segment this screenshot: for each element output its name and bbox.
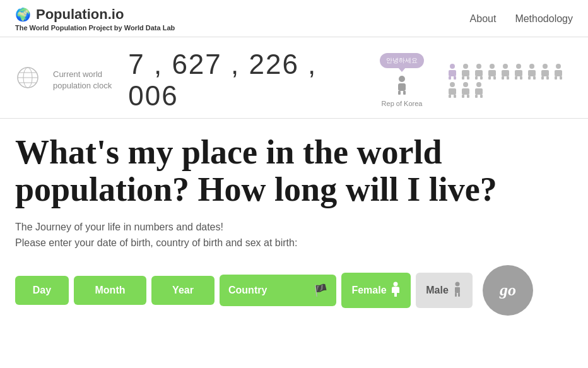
svg-point-49 [463, 82, 468, 87]
go-button[interactable]: go [483, 265, 533, 316]
person-icon-9 [553, 63, 564, 80]
people-icons [447, 63, 573, 98]
svg-point-53 [476, 82, 481, 87]
svg-rect-48 [454, 95, 456, 98]
svg-rect-51 [462, 95, 464, 98]
svg-rect-36 [533, 76, 536, 80]
svg-rect-46 [449, 88, 456, 95]
svg-rect-22 [488, 70, 496, 76]
svg-point-5 [399, 76, 405, 82]
svg-rect-32 [520, 76, 522, 80]
svg-rect-8 [403, 91, 406, 95]
country-button[interactable]: Country 🏴 [220, 275, 336, 306]
svg-rect-47 [449, 95, 451, 98]
svg-point-57 [393, 282, 397, 286]
svg-rect-54 [475, 88, 483, 95]
svg-point-37 [543, 64, 548, 69]
svg-rect-42 [555, 70, 562, 76]
svg-rect-30 [515, 70, 522, 76]
birth-form: Day Month Year Country 🏴 Female Male go [15, 265, 573, 322]
svg-point-41 [556, 64, 561, 69]
svg-rect-52 [467, 95, 469, 98]
person-icon-5 [500, 63, 511, 80]
subtext: The Journey of your life in numbers and … [15, 219, 573, 251]
male-button[interactable]: Male [416, 273, 473, 308]
svg-rect-7 [398, 91, 401, 95]
person-icon-1 [447, 63, 458, 80]
svg-point-13 [463, 64, 468, 69]
year-button[interactable]: Year [151, 276, 215, 305]
female-figure-icon [391, 282, 401, 299]
main-content: What's my place in the world population?… [0, 119, 588, 322]
svg-rect-14 [462, 70, 469, 76]
svg-rect-44 [560, 76, 562, 80]
person-icon-2 [460, 63, 471, 80]
svg-rect-11 [449, 76, 451, 80]
methodology-link[interactable]: Methodology [515, 13, 573, 25]
female-button[interactable]: Female [341, 273, 411, 308]
svg-rect-24 [493, 76, 496, 80]
person-icon-7 [526, 63, 538, 80]
svg-rect-50 [462, 88, 469, 95]
globe-icon [15, 65, 40, 95]
svg-rect-19 [475, 76, 478, 80]
svg-rect-16 [467, 76, 469, 80]
svg-rect-15 [462, 76, 464, 80]
svg-rect-34 [528, 70, 536, 76]
korea-label: Rep of Korea [382, 100, 423, 107]
population-clock-bar: Current world population clock 7 , 627 ,… [0, 37, 588, 119]
svg-rect-26 [502, 70, 509, 76]
svg-rect-38 [541, 70, 549, 76]
site-header: 🌍 Population.io The World Population Pro… [0, 0, 588, 37]
person-icon-11 [460, 81, 471, 98]
svg-point-33 [529, 64, 534, 69]
svg-rect-12 [454, 76, 456, 80]
person-icon-8 [539, 63, 551, 80]
svg-rect-10 [449, 70, 456, 76]
logo-subtitle: The World Population Project by World Da… [15, 24, 175, 32]
population-number: 7 , 627 , 226 , 006 [128, 49, 370, 112]
svg-rect-61 [458, 293, 460, 297]
svg-rect-60 [455, 293, 457, 297]
svg-point-58 [455, 282, 459, 286]
svg-rect-39 [541, 76, 544, 80]
svg-rect-59 [455, 287, 460, 293]
svg-rect-43 [555, 76, 557, 80]
korea-figure-icon [395, 74, 409, 98]
flag-icon: 🏴 [314, 283, 327, 297]
svg-point-9 [450, 64, 455, 69]
svg-rect-40 [546, 76, 549, 80]
page-headline: What's my place in the world population?… [15, 134, 573, 209]
speech-bubble: 안녕하세요 [380, 53, 424, 68]
person-icon-4 [486, 63, 498, 80]
svg-rect-55 [475, 95, 478, 98]
day-button[interactable]: Day [15, 276, 69, 305]
svg-rect-35 [528, 76, 531, 80]
svg-point-45 [450, 82, 455, 87]
male-figure-icon [452, 282, 462, 299]
svg-point-21 [490, 64, 495, 69]
month-button[interactable]: Month [74, 276, 146, 305]
svg-rect-56 [480, 95, 483, 98]
logo-text[interactable]: Population.io [36, 6, 124, 23]
person-icon-6 [513, 63, 524, 80]
svg-rect-20 [480, 76, 483, 80]
logo-section: 🌍 Population.io The World Population Pro… [15, 6, 175, 32]
svg-rect-18 [475, 70, 483, 76]
main-nav: About Methodology [470, 13, 573, 25]
logo-icon: 🌍 [15, 7, 31, 22]
svg-point-29 [516, 64, 521, 69]
svg-rect-27 [502, 76, 504, 80]
person-icon-3 [473, 63, 485, 80]
clock-label: Current world population clock [53, 69, 112, 92]
svg-rect-6 [398, 83, 406, 91]
brand-name: World Data Lab [124, 24, 175, 32]
svg-point-25 [503, 64, 508, 69]
about-link[interactable]: About [470, 13, 497, 25]
svg-rect-31 [515, 76, 517, 80]
person-icon-12 [473, 81, 485, 98]
korea-section: 안녕하세요 Rep of Korea [380, 53, 424, 107]
svg-rect-28 [507, 76, 509, 80]
svg-point-17 [476, 64, 481, 69]
svg-rect-23 [488, 76, 491, 80]
